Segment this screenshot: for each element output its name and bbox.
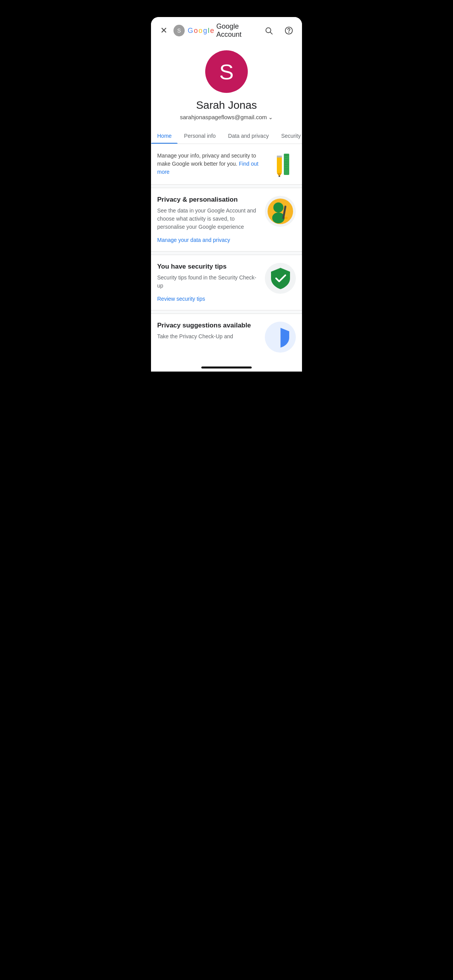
- google-letter-g2: g: [203, 27, 207, 35]
- main-sheet: ✕ S GoogleGoogle Account: [151, 17, 302, 372]
- header-left: ✕ S GoogleGoogle Account: [157, 22, 262, 39]
- privacy-personalisation-card: Privacy & personalisation See the data i…: [151, 188, 302, 252]
- help-icon: [285, 26, 293, 35]
- google-account-text: Google Account: [216, 22, 262, 39]
- privacy-shield-icon: [270, 327, 291, 348]
- chevron-down-icon: ⌄: [268, 114, 273, 120]
- phone-wrapper: ✕ S GoogleGoogle Account: [151, 0, 302, 372]
- main-content: Manage your info, privacy and security t…: [151, 144, 302, 360]
- google-letter-g: G: [188, 27, 193, 35]
- privacy-person-icon: [267, 198, 294, 225]
- shield-checkmark-icon: [270, 267, 291, 290]
- security-card-inner: You have security tips Security tips fou…: [157, 263, 296, 302]
- header: ✕ S GoogleGoogle Account: [151, 17, 302, 43]
- svg-point-17: [273, 202, 283, 212]
- svg-rect-5: [285, 155, 288, 156]
- intro-section: Manage your info, privacy and security t…: [151, 144, 302, 185]
- security-tips-desc: Security tips found in the Security Chec…: [157, 274, 259, 290]
- privacy-personalisation-icon: [265, 196, 296, 227]
- manage-data-privacy-link[interactable]: Manage your data and privacy: [157, 237, 230, 243]
- privacy-suggestions-desc: Take the Privacy Check-Up and: [157, 332, 259, 341]
- svg-rect-12: [277, 156, 282, 173]
- tab-personal-info[interactable]: Personal info: [178, 128, 222, 144]
- status-bar: [151, 0, 302, 17]
- avatar-large[interactable]: S: [205, 50, 248, 93]
- svg-rect-9: [285, 164, 288, 164]
- tabs-bar: Home Personal info Data and privacy Secu…: [151, 128, 302, 144]
- google-letter-o1: o: [194, 27, 198, 35]
- tools-illustration: [271, 152, 296, 176]
- avatar-small[interactable]: S: [173, 25, 185, 36]
- header-right: [262, 24, 296, 38]
- review-security-tips-link[interactable]: Review security tips: [157, 296, 205, 302]
- privacy-suggestions-text: Privacy suggestions available Take the P…: [157, 322, 259, 346]
- svg-line-1: [270, 32, 272, 34]
- search-button[interactable]: [262, 24, 276, 38]
- search-icon: [264, 26, 273, 35]
- privacy-suggestions-card: Privacy suggestions available Take the P…: [151, 314, 302, 360]
- email-text: sarahjonaspageflows@gmail.com: [180, 114, 267, 120]
- security-card-text: You have security tips Security tips fou…: [157, 263, 259, 302]
- card-text: Privacy & personalisation See the data i…: [157, 196, 259, 243]
- google-letter-l: l: [208, 27, 209, 35]
- security-tips-icon: [265, 263, 296, 294]
- card-inner: Privacy & personalisation See the data i…: [157, 196, 296, 243]
- svg-rect-14: [277, 156, 282, 158]
- email-row[interactable]: sarahjonaspageflows@gmail.com ⌄: [180, 114, 273, 120]
- close-button[interactable]: ✕: [157, 24, 170, 38]
- user-name: Sarah Jonas: [196, 99, 257, 111]
- svg-rect-7: [285, 159, 288, 160]
- profile-section: S Sarah Jonas sarahjonaspageflows@gmail.…: [151, 43, 302, 128]
- tab-home[interactable]: Home: [151, 128, 178, 144]
- svg-rect-10: [285, 166, 288, 167]
- home-indicator: [201, 367, 252, 368]
- tab-security[interactable]: Security: [275, 128, 302, 144]
- tab-data-privacy[interactable]: Data and privacy: [222, 128, 275, 144]
- help-button[interactable]: [282, 24, 296, 38]
- privacy-personalisation-title: Privacy & personalisation: [157, 196, 259, 204]
- intro-text: Manage your info, privacy and security t…: [157, 152, 265, 176]
- svg-point-3: [289, 33, 289, 33]
- google-letter-o2: o: [199, 27, 202, 35]
- privacy-personalisation-desc: See the data in your Google Account and …: [157, 207, 259, 231]
- tools-icon: [273, 152, 294, 177]
- privacy-suggestions-title: Privacy suggestions available: [157, 322, 259, 329]
- privacy-suggestions-icon: [265, 322, 296, 353]
- security-tips-title: You have security tips: [157, 263, 259, 271]
- svg-rect-6: [285, 157, 288, 158]
- svg-rect-11: [285, 169, 288, 169]
- svg-rect-8: [285, 162, 288, 162]
- google-logo: GoogleGoogle Account: [188, 22, 262, 39]
- google-letter-e: e: [210, 27, 214, 35]
- security-tips-card: You have security tips Security tips fou…: [151, 255, 302, 310]
